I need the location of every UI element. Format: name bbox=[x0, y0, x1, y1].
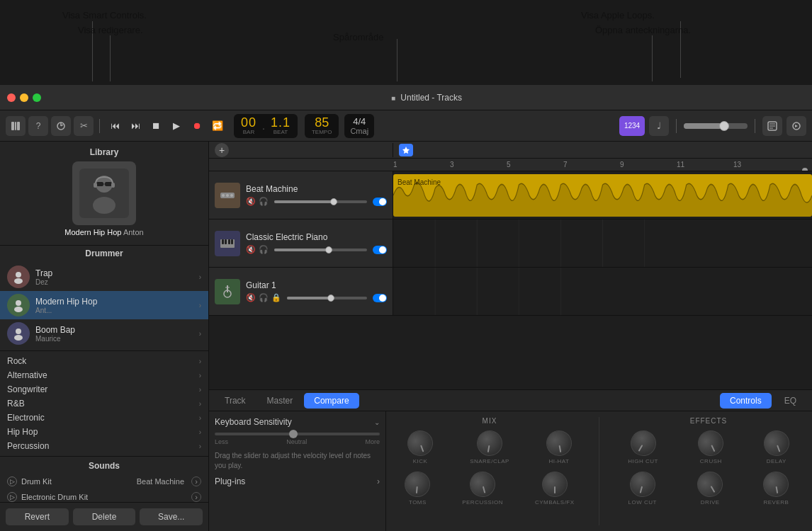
sound-category-electronic[interactable]: ▷ Electronic Drum Kit › bbox=[0, 489, 208, 502]
mute-icon[interactable]: 🔇 bbox=[246, 293, 256, 302]
drummer-name: Trap bbox=[35, 268, 52, 278]
help-button[interactable]: ? bbox=[28, 116, 48, 136]
lock-icon[interactable]: 🔒 bbox=[271, 293, 281, 302]
track-toggle-beatmachine[interactable] bbox=[373, 198, 387, 206]
knob-item-highcut: HIGH CUT bbox=[628, 430, 658, 464]
track-volume-slider-piano[interactable] bbox=[274, 249, 367, 251]
apple-loops-button[interactable] bbox=[786, 116, 806, 136]
play-button[interactable]: ▶ bbox=[167, 117, 186, 135]
track-content-beatmachine[interactable]: Beat Machine // Generated in SVG directl… bbox=[393, 171, 812, 219]
drummer-name: Boom Bap bbox=[35, 325, 75, 335]
delete-button[interactable]: Delete bbox=[73, 508, 136, 525]
crush-knob[interactable] bbox=[694, 426, 728, 460]
mute-icon[interactable]: 🔇 bbox=[246, 197, 256, 206]
circle-icon: ▷ bbox=[7, 492, 17, 502]
loop-button[interactable]: 🔁 bbox=[208, 117, 227, 135]
tab-track[interactable]: Track bbox=[215, 393, 256, 409]
sensitivity-slider[interactable] bbox=[215, 433, 380, 435]
svg-point-18 bbox=[93, 197, 115, 214]
genre-item-electronic[interactable]: Electronic › bbox=[0, 411, 208, 425]
headphone-icon[interactable]: 🎧 bbox=[259, 245, 269, 254]
drummer-item[interactable]: Trap Dez › bbox=[0, 263, 208, 291]
delay-knob[interactable] bbox=[760, 427, 793, 459]
metronome-button[interactable]: ♩ bbox=[649, 116, 669, 136]
toms-knob[interactable] bbox=[404, 470, 432, 498]
add-track-button[interactable]: + bbox=[215, 143, 229, 157]
beat-machine-track-label: Beat Machine bbox=[397, 178, 441, 186]
track-volume-slider[interactable] bbox=[274, 200, 367, 203]
genre-item-rock[interactable]: Rock › bbox=[0, 354, 208, 368]
plug-ins-row[interactable]: Plug-ins › bbox=[215, 476, 380, 486]
close-button[interactable] bbox=[7, 93, 16, 102]
track-content-guitar[interactable] bbox=[393, 268, 812, 315]
percussion-knob[interactable] bbox=[467, 469, 498, 500]
toms-label: TOMS bbox=[409, 499, 427, 506]
apple-loops-annotation: Visa Apple Loops. bbox=[581, 10, 655, 21]
fast-forward-button[interactable]: ⏭ bbox=[126, 117, 145, 135]
sidebar: Library bbox=[0, 142, 209, 531]
revert-button[interactable]: Revert bbox=[6, 508, 69, 525]
ruler-mark-1: 1 bbox=[393, 161, 397, 169]
minimize-button[interactable] bbox=[20, 93, 28, 102]
snare-knob[interactable] bbox=[475, 428, 504, 458]
cymbals-knob[interactable] bbox=[542, 472, 568, 497]
genre-item-hiphop[interactable]: Hip Hop › bbox=[0, 425, 208, 439]
hihat-knob[interactable] bbox=[544, 428, 574, 458]
track-header-bar: + bbox=[209, 142, 812, 159]
tracks-list: Beat Machine 🔇 🎧 bbox=[209, 171, 812, 389]
tab-compare[interactable]: Compare bbox=[304, 393, 359, 409]
tempo-display[interactable]: 85 TEMPO bbox=[305, 114, 339, 138]
tab-controls[interactable]: Controls bbox=[720, 393, 772, 409]
smart-controls-button[interactable] bbox=[51, 116, 71, 136]
transport-controls: ⏮ ⏭ ⏹ ▶ ⏺ 🔁 bbox=[106, 117, 227, 135]
maximize-button[interactable] bbox=[33, 93, 41, 102]
track-content-piano[interactable] bbox=[393, 219, 812, 267]
drummer-item[interactable]: Boom Bap Maurice › bbox=[0, 319, 208, 348]
library-section: Library bbox=[0, 142, 208, 246]
svg-rect-32 bbox=[228, 239, 230, 244]
save-button[interactable]: Save... bbox=[140, 508, 203, 525]
track-smart-area bbox=[393, 144, 419, 156]
ruler-mark-5: 5 bbox=[507, 161, 511, 169]
track-toggle-piano[interactable] bbox=[373, 246, 387, 254]
time-signature-display[interactable]: 4/4 Cmaj bbox=[344, 114, 374, 138]
notes-button[interactable] bbox=[762, 116, 782, 136]
svg-rect-14 bbox=[105, 182, 112, 186]
highcut-knob[interactable] bbox=[626, 426, 660, 460]
headphone-icon[interactable]: 🎧 bbox=[259, 197, 269, 206]
sounds-section: Sounds ▷ Drum Kit Beat Machine › ▷ Elect… bbox=[0, 457, 208, 502]
rewind-button[interactable]: ⏮ bbox=[106, 117, 124, 135]
master-volume-slider[interactable] bbox=[684, 123, 748, 129]
knob-item-snare: SNARE/CLAP bbox=[470, 430, 509, 464]
drive-knob[interactable] bbox=[693, 467, 728, 501]
tab-eq[interactable]: EQ bbox=[774, 393, 806, 409]
record-button[interactable]: ⏺ bbox=[188, 117, 206, 135]
svg-point-20 bbox=[14, 278, 23, 284]
smart-controls-icon[interactable] bbox=[399, 144, 413, 156]
midi-button[interactable]: 1234 bbox=[619, 116, 645, 136]
genre-item-percussion[interactable]: Percussion › bbox=[0, 439, 208, 453]
track-area-annotation: Spårområde bbox=[333, 32, 384, 42]
tab-master[interactable]: Master bbox=[257, 393, 303, 409]
chevron-right-icon: › bbox=[199, 414, 201, 422]
genre-item-alternative[interactable]: Alternative › bbox=[0, 368, 208, 382]
position-display[interactable]: 00 BAR . 1.1 BEAT bbox=[234, 114, 298, 138]
library-button[interactable] bbox=[6, 116, 26, 136]
track-toggle-guitar[interactable] bbox=[373, 294, 387, 302]
genre-item-rnb[interactable]: R&B › bbox=[0, 396, 208, 411]
scissor-button[interactable]: ✂ bbox=[74, 116, 94, 136]
drummer-item[interactable]: Modern Hip Hop Ant... › bbox=[0, 291, 208, 319]
toolbar-divider-2 bbox=[676, 119, 677, 133]
genre-item-songwriter[interactable]: Songwriter › bbox=[0, 382, 208, 396]
mute-icon[interactable]: 🔇 bbox=[246, 245, 256, 254]
sound-category-drumkit[interactable]: ▷ Drum Kit Beat Machine › bbox=[0, 474, 208, 489]
track-volume-slider-guitar[interactable] bbox=[287, 297, 367, 299]
knob-item-delay: DELAY bbox=[764, 430, 789, 464]
ruler-mark-13: 13 bbox=[733, 161, 741, 169]
svg-rect-13 bbox=[96, 182, 103, 186]
reverb-knob[interactable] bbox=[762, 469, 791, 499]
headphone-icon[interactable]: 🎧 bbox=[259, 293, 269, 302]
stop-button[interactable]: ⏹ bbox=[147, 117, 165, 135]
kick-knob[interactable] bbox=[404, 427, 436, 459]
lowcut-knob[interactable] bbox=[627, 469, 658, 500]
